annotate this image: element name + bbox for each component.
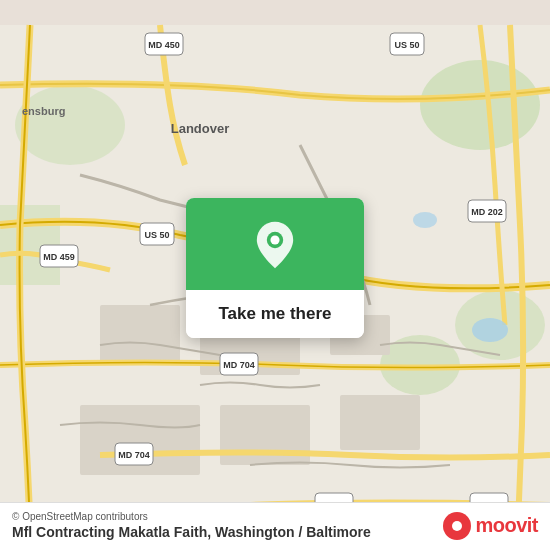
- bottom-info: © OpenStreetMap contributors Mfl Contrac…: [12, 511, 371, 540]
- moovit-dot-inner: [452, 521, 462, 531]
- location-pin-icon: [250, 220, 300, 270]
- svg-text:Landover: Landover: [171, 121, 230, 136]
- moovit-dot-icon: [443, 512, 471, 540]
- svg-point-1: [420, 60, 540, 150]
- svg-point-35: [270, 235, 279, 244]
- svg-text:ensburg: ensburg: [22, 105, 65, 117]
- svg-text:MD 704: MD 704: [223, 360, 255, 370]
- svg-rect-11: [340, 395, 420, 450]
- bottom-bar: © OpenStreetMap contributors Mfl Contrac…: [0, 502, 550, 550]
- svg-point-33: [413, 212, 437, 228]
- map-attribution: © OpenStreetMap contributors: [12, 511, 371, 522]
- moovit-brand-text: moovit: [475, 514, 538, 537]
- svg-text:MD 459: MD 459: [43, 252, 75, 262]
- cta-card[interactable]: Take me there: [186, 198, 364, 338]
- svg-point-32: [472, 318, 508, 342]
- svg-rect-6: [100, 305, 180, 365]
- svg-text:MD 202: MD 202: [471, 207, 503, 217]
- svg-text:MD 704: MD 704: [118, 450, 150, 460]
- svg-point-4: [15, 85, 125, 165]
- cta-header: [186, 198, 364, 290]
- svg-text:US 50: US 50: [144, 230, 169, 240]
- location-title: Mfl Contracting Makatla Faith, Washingto…: [12, 524, 371, 540]
- cta-button-area[interactable]: Take me there: [186, 290, 364, 338]
- cta-button-label: Take me there: [218, 304, 331, 323]
- svg-text:MD 450: MD 450: [148, 40, 180, 50]
- moovit-logo: moovit: [443, 512, 538, 540]
- svg-text:US 50: US 50: [394, 40, 419, 50]
- map-container: US 50 MD 450 US 50 MD 704 MD 704 MD 214 …: [0, 0, 550, 550]
